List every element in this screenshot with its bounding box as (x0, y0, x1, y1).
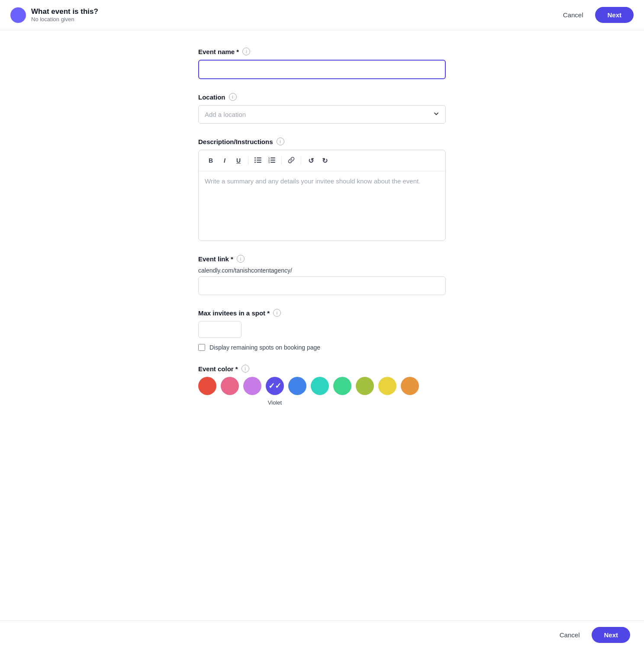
event-name-input[interactable] (198, 60, 446, 79)
event-link-section: Event link * i calendly.com/tanishconten… (198, 255, 446, 295)
svg-rect-7 (270, 157, 275, 158)
event-color-section: Event color * i ✓ Violet (198, 365, 446, 406)
max-invitees-info-icon[interactable]: i (273, 309, 281, 317)
toolbar-divider-1 (248, 156, 248, 165)
header-title-group: What event is this? No location given (31, 7, 98, 22)
color-swatch-lime[interactable] (356, 377, 374, 395)
svg-point-2 (254, 159, 256, 161)
location-select-wrapper: Add a location Zoom Google Meet Phone ca… (198, 105, 446, 124)
color-swatch-green[interactable] (333, 377, 351, 395)
description-section: Description/Instructions i B I U (198, 138, 446, 241)
selected-color-name: Violet (266, 399, 284, 406)
svg-rect-11 (270, 162, 275, 163)
page-subtitle: No location given (31, 16, 98, 22)
svg-text:3.: 3. (268, 161, 270, 163)
event-name-label-row: Event name * i (198, 48, 446, 55)
color-swatch-yellow[interactable] (378, 377, 396, 395)
color-swatch-orange[interactable] (401, 377, 419, 395)
unordered-list-icon (254, 157, 261, 164)
header-left: What event is this? No location given (10, 7, 98, 23)
underline-button[interactable]: U (232, 154, 245, 167)
display-spots-row: Display remaining spots on booking page (198, 344, 446, 351)
redo-button[interactable]: ↻ (319, 154, 331, 167)
color-swatch-tomato[interactable] (198, 377, 216, 395)
svg-rect-5 (257, 162, 261, 163)
svg-rect-9 (270, 160, 275, 161)
description-info-icon[interactable]: i (277, 138, 284, 145)
max-invitees-input[interactable] (198, 321, 242, 338)
max-invitees-label-row: Max invitees in a spot * i (198, 309, 446, 317)
toolbar-divider-2 (281, 156, 282, 165)
violet-label-row: Violet (198, 398, 446, 406)
svg-point-0 (254, 157, 256, 158)
description-label: Description/Instructions (198, 138, 273, 145)
color-swatch-lavender[interactable] (243, 377, 261, 395)
italic-icon: I (224, 157, 225, 164)
description-textarea[interactable]: Write a summary and any details your inv… (199, 171, 445, 241)
ordered-list-button[interactable]: 1. 2. 3. (266, 154, 278, 167)
location-label: Location (198, 93, 225, 101)
cancel-button-top[interactable]: Cancel (558, 8, 589, 22)
description-placeholder: Write a summary and any details your inv… (205, 177, 420, 185)
main-content: Event name * i Location i Add a location… (188, 30, 456, 463)
svg-rect-1 (257, 157, 261, 158)
location-label-row: Location i (198, 93, 446, 101)
event-name-section: Event name * i (198, 48, 446, 79)
bold-button[interactable]: B (205, 154, 217, 167)
event-link-input[interactable] (198, 276, 446, 295)
avatar (10, 7, 26, 23)
location-section: Location i Add a location Zoom Google Me… (198, 93, 446, 124)
max-invitees-label: Max invitees in a spot * (198, 309, 270, 317)
bold-icon: B (209, 157, 213, 164)
underline-icon: U (236, 157, 241, 164)
page-title: What event is this? (31, 7, 98, 16)
cancel-button-bottom[interactable]: Cancel (554, 628, 585, 642)
toolbar-divider-3 (301, 156, 301, 165)
color-swatch-violet[interactable]: ✓ (266, 377, 284, 395)
color-swatch-flamingo[interactable] (221, 377, 239, 395)
svg-rect-3 (257, 160, 261, 161)
display-spots-checkbox[interactable] (198, 344, 205, 351)
event-link-label: Event link * (198, 255, 233, 263)
rich-text-editor: B I U (198, 150, 446, 241)
color-swatches-row: ✓ (198, 377, 446, 395)
event-color-label-row: Event color * i (198, 365, 446, 373)
max-invitees-section: Max invitees in a spot * i Display remai… (198, 309, 446, 351)
location-info-icon[interactable]: i (229, 93, 237, 101)
ordered-list-icon: 1. 2. 3. (268, 157, 275, 164)
undo-button[interactable]: ↺ (305, 154, 317, 167)
event-name-label: Event name * (198, 48, 239, 55)
link-button[interactable] (285, 154, 297, 167)
color-swatches-container: ✓ Violet (198, 377, 446, 406)
unordered-list-button[interactable] (252, 154, 264, 167)
color-swatch-blue[interactable] (288, 377, 306, 395)
display-spots-label[interactable]: Display remaining spots on booking page (209, 344, 320, 351)
next-button-bottom[interactable]: Next (592, 627, 630, 643)
undo-icon: ↺ (308, 157, 314, 165)
event-link-label-row: Event link * i (198, 255, 446, 263)
event-color-label: Event color * (198, 365, 238, 373)
page-header: What event is this? No location given Ca… (0, 0, 644, 30)
page-footer: Cancel Next (0, 620, 644, 649)
rte-toolbar: B I U (199, 150, 445, 171)
event-link-info-icon[interactable]: i (237, 255, 245, 263)
event-color-info-icon[interactable]: i (242, 365, 249, 373)
color-swatch-teal[interactable] (311, 377, 329, 395)
location-select[interactable]: Add a location Zoom Google Meet Phone ca… (198, 105, 446, 124)
svg-point-4 (254, 161, 256, 163)
link-icon (288, 157, 295, 165)
redo-icon: ↻ (322, 157, 328, 165)
next-button-top[interactable]: Next (595, 7, 634, 23)
event-link-prefix: calendly.com/tanishcontentagency/ (198, 267, 446, 274)
description-label-row: Description/Instructions i (198, 138, 446, 145)
event-name-info-icon[interactable]: i (242, 48, 250, 55)
header-right: Cancel Next (558, 7, 634, 23)
italic-button[interactable]: I (219, 154, 231, 167)
